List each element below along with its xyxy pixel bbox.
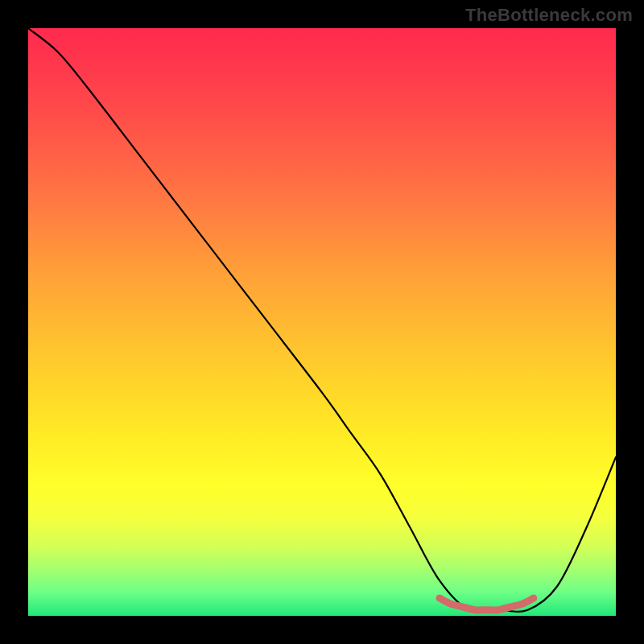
- chart-frame: TheBottleneck.com: [0, 0, 644, 644]
- watermark-text: TheBottleneck.com: [465, 5, 633, 26]
- optimal-range-marker-path: [440, 598, 534, 610]
- plot-area: [28, 28, 616, 616]
- marker-svg: [28, 28, 616, 616]
